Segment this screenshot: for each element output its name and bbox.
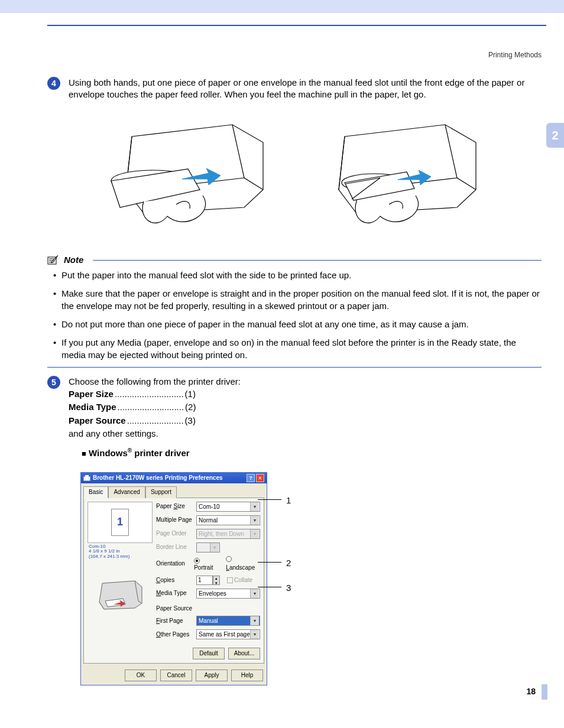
combo-border-line (196, 542, 220, 552)
chapter-side-tab: 2 (546, 123, 564, 148)
step-5-intro: Choose the following from the printer dr… (69, 376, 542, 388)
dialog-tabs: Basic Advanced Support (81, 483, 267, 498)
page-top-rule (47, 25, 546, 26)
label-copies: Copies (156, 576, 193, 584)
printing-preferences-dialog: Brother HL-2170W series Printing Prefere… (80, 472, 267, 685)
callout-label-2: 2 (286, 557, 291, 569)
dialog-help-button[interactable]: ? (247, 474, 255, 482)
driver-line-media-type: Media Type ........................... (… (69, 401, 542, 414)
svg-rect-4 (85, 475, 89, 477)
page-preview-meta: Com-10 4 1/8 x 9 1/2 in (104.7 x 241.3 m… (87, 543, 153, 560)
button-apply[interactable]: Apply (196, 670, 228, 681)
note-rule-bottom (47, 367, 542, 368)
label-multiple-page: Multiple Page (156, 516, 193, 524)
printer-illustration-envelope (309, 113, 492, 237)
label-other-pages: Other Pages (156, 630, 193, 639)
button-help[interactable]: Help (231, 670, 263, 681)
label-border-line: Border Line (156, 543, 193, 551)
callout-line-1 (258, 499, 281, 500)
step-5: 5 Choose the following from the printer … (47, 376, 542, 686)
page-header-label: Printing Methods (488, 51, 542, 59)
page-top-bar (0, 0, 564, 13)
note-item: Put the paper into the manual feed slot … (53, 269, 542, 281)
dialog-title: Brother HL-2170W series Printing Prefere… (93, 474, 223, 482)
dialog-close-button[interactable]: × (256, 474, 264, 482)
note-item: Do not put more than one piece of paper … (53, 318, 542, 330)
printer-app-icon (83, 474, 90, 482)
callout-line-3 (258, 587, 281, 587)
radio-landscape[interactable]: Landscape (226, 556, 260, 572)
step-number-4: 4 (47, 77, 60, 90)
note-list: Put the paper into the manual feed slot … (53, 269, 542, 361)
callout-line-2 (258, 562, 281, 563)
note-pencil-icon (47, 255, 59, 265)
step-4-text: Using both hands, put one piece of paper… (69, 77, 542, 101)
combo-other-pages[interactable]: Same as First page (196, 629, 260, 639)
step-5-outro: and any other settings. (69, 427, 542, 441)
note-title: Note (64, 255, 83, 265)
tab-support[interactable]: Support (145, 486, 177, 498)
combo-multiple-page[interactable]: Normal (196, 515, 260, 525)
printer-illustrations (47, 113, 542, 237)
note-header: Note (47, 255, 542, 265)
dialog-titlebar: Brother HL-2170W series Printing Prefere… (81, 473, 267, 483)
page-preview-number: 1 (111, 509, 129, 536)
printer-thumbnail (87, 577, 153, 613)
note-item: Make sure that the paper or envelope is … (53, 287, 542, 312)
combo-paper-size[interactable]: Com-10 (196, 502, 260, 512)
printer-illustration-paper (96, 113, 280, 237)
combo-page-order: Right, then Down (196, 529, 260, 539)
label-first-page: First Page (156, 617, 193, 625)
step-4: 4 Using both hands, put one piece of pap… (47, 77, 542, 101)
button-cancel[interactable]: Cancel (160, 670, 192, 681)
callout-label-1: 1 (286, 495, 291, 506)
page-number: 18 (526, 687, 536, 696)
combo-media-type[interactable]: Envelopes (196, 589, 260, 599)
combo-first-page[interactable]: Manual (196, 616, 260, 626)
tab-advanced[interactable]: Advanced (108, 486, 145, 498)
label-media-type: Media Type (156, 589, 193, 597)
note-item: If you put any Media (paper, envelope an… (53, 336, 542, 361)
page-number-bar (542, 684, 547, 700)
input-copies[interactable] (196, 576, 213, 585)
label-orientation: Orientation (156, 560, 190, 568)
button-about[interactable]: About... (228, 648, 260, 659)
checkbox-collate: Collate (227, 576, 252, 584)
tab-basic[interactable]: Basic (83, 486, 108, 498)
button-default[interactable]: Default (193, 648, 225, 659)
callout-label-3: 3 (286, 582, 291, 594)
step-number-5: 5 (47, 376, 60, 389)
windows-driver-heading: ■ Windows® printer driver (82, 447, 542, 459)
driver-line-paper-size: Paper Size ............................ … (69, 388, 542, 401)
page-preview: 1 (87, 502, 153, 543)
label-paper-size: Paper Size (156, 502, 193, 511)
driver-line-paper-source: Paper Source ....................... (3) (69, 414, 542, 428)
button-ok[interactable]: OK (125, 670, 157, 681)
label-page-order: Page Order (156, 529, 193, 538)
note-rule-top (93, 260, 542, 261)
radio-portrait[interactable]: Portrait (194, 556, 219, 572)
label-paper-source: Paper Source (156, 604, 193, 613)
spinner-copies[interactable]: ▴▾ (196, 576, 220, 585)
